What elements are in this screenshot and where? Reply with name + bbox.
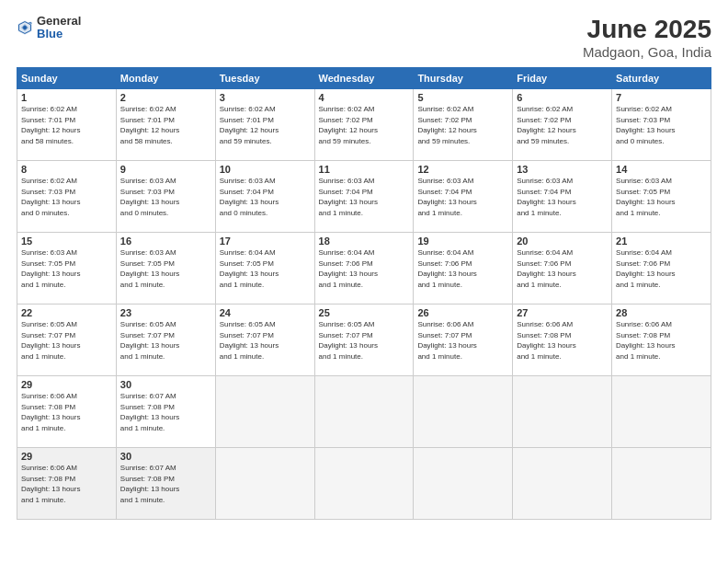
day-info: Sunrise: 6:03 AMSunset: 7:04 PMDaylight:…: [319, 176, 410, 218]
day-number: 20: [517, 236, 608, 247]
day-info: Sunrise: 6:03 AMSunset: 7:04 PMDaylight:…: [220, 176, 311, 218]
table-row: 19Sunrise: 6:04 AMSunset: 7:06 PMDayligh…: [414, 233, 513, 304]
day-number: 11: [319, 164, 410, 175]
table-row: 21Sunrise: 6:04 AMSunset: 7:06 PMDayligh…: [612, 233, 711, 304]
day-info: Sunrise: 6:02 AMSunset: 7:02 PMDaylight:…: [319, 104, 410, 146]
day-info: Sunrise: 6:05 AMSunset: 7:07 PMDaylight:…: [319, 319, 410, 362]
col-saturday: Saturday: [612, 68, 711, 89]
day-number: 3: [220, 92, 311, 103]
day-info: Sunrise: 6:05 AMSunset: 7:07 PMDaylight:…: [220, 319, 311, 362]
day-number: 4: [319, 92, 410, 103]
day-info: Sunrise: 6:02 AMSunset: 7:02 PMDaylight:…: [517, 104, 608, 146]
day-info: Sunrise: 6:03 AMSunset: 7:05 PMDaylight:…: [21, 247, 112, 290]
day-number: 12: [417, 164, 508, 175]
table-row: 30Sunrise: 6:07 AMSunset: 7:08 PMDayligh…: [116, 448, 215, 520]
day-info: Sunrise: 6:02 AMSunset: 7:01 PMDaylight:…: [21, 104, 112, 146]
day-number: 6: [517, 92, 608, 103]
day-number: 10: [220, 164, 311, 175]
day-number: 18: [319, 236, 410, 247]
table-row: [314, 376, 414, 448]
day-info: Sunrise: 6:07 AMSunset: 7:08 PMDaylight:…: [120, 391, 211, 433]
table-row: 28Sunrise: 6:06 AMSunset: 7:08 PMDayligh…: [612, 304, 711, 376]
day-info: Sunrise: 6:03 AMSunset: 7:04 PMDaylight:…: [417, 176, 508, 218]
table-row: [314, 448, 414, 520]
day-info: Sunrise: 6:04 AMSunset: 7:05 PMDaylight:…: [220, 247, 311, 290]
day-info: Sunrise: 6:06 AMSunset: 7:08 PMDaylight:…: [616, 319, 707, 362]
table-row: 3Sunrise: 6:02 AMSunset: 7:01 PMDaylight…: [215, 89, 314, 161]
table-row: [513, 448, 612, 520]
page: General Blue June 2025 Madgaon, Goa, Ind…: [0, 0, 728, 563]
calendar-week-row: 29Sunrise: 6:06 AMSunset: 7:08 PMDayligh…: [17, 376, 711, 448]
table-row: 18Sunrise: 6:04 AMSunset: 7:06 PMDayligh…: [314, 233, 414, 304]
table-row: 13Sunrise: 6:03 AMSunset: 7:04 PMDayligh…: [513, 161, 612, 233]
col-wednesday: Wednesday: [314, 68, 414, 89]
table-row: 20Sunrise: 6:04 AMSunset: 7:06 PMDayligh…: [513, 233, 612, 304]
day-info: Sunrise: 6:06 AMSunset: 7:08 PMDaylight:…: [517, 319, 608, 362]
day-number: 28: [616, 307, 707, 318]
table-row: 6Sunrise: 6:02 AMSunset: 7:02 PMDaylight…: [513, 89, 612, 161]
day-number: 24: [220, 307, 311, 318]
day-info: Sunrise: 6:07 AMSunset: 7:08 PMDaylight:…: [120, 463, 211, 505]
day-number: 5: [417, 92, 508, 103]
day-number: 25: [319, 307, 410, 318]
day-number: 7: [616, 92, 707, 103]
table-row: 22Sunrise: 6:05 AMSunset: 7:07 PMDayligh…: [17, 304, 117, 376]
day-number: 29: [21, 451, 112, 462]
day-number: 27: [517, 307, 608, 318]
table-row: 25Sunrise: 6:05 AMSunset: 7:07 PMDayligh…: [314, 304, 414, 376]
table-row: [612, 448, 711, 520]
day-number: 23: [120, 307, 211, 318]
table-row: 16Sunrise: 6:03 AMSunset: 7:05 PMDayligh…: [116, 233, 215, 304]
day-info: Sunrise: 6:02 AMSunset: 7:03 PMDaylight:…: [21, 176, 112, 218]
table-row: 27Sunrise: 6:06 AMSunset: 7:08 PMDayligh…: [513, 304, 612, 376]
day-info: Sunrise: 6:02 AMSunset: 7:01 PMDaylight:…: [120, 104, 211, 146]
calendar-subtitle: Madgaon, Goa, India: [583, 44, 711, 60]
day-number: 13: [517, 164, 608, 175]
generalblue-icon: [17, 19, 33, 36]
table-row: [414, 448, 513, 520]
calendar-title: June 2025: [583, 15, 711, 44]
table-row: 14Sunrise: 6:03 AMSunset: 7:05 PMDayligh…: [612, 161, 711, 233]
calendar-week-row: 8Sunrise: 6:02 AMSunset: 7:03 PMDaylight…: [17, 161, 711, 233]
calendar-header-row: Sunday Monday Tuesday Wednesday Thursday…: [17, 68, 711, 89]
day-number: 19: [417, 236, 508, 247]
table-row: [414, 376, 513, 448]
table-row: 24Sunrise: 6:05 AMSunset: 7:07 PMDayligh…: [215, 304, 314, 376]
table-row: [215, 376, 314, 448]
calendar-week-row: 22Sunrise: 6:05 AMSunset: 7:07 PMDayligh…: [17, 304, 711, 376]
day-number: 1: [21, 92, 112, 103]
day-number: 26: [417, 307, 508, 318]
day-info: Sunrise: 6:03 AMSunset: 7:04 PMDaylight:…: [517, 176, 608, 218]
table-row: 4Sunrise: 6:02 AMSunset: 7:02 PMDaylight…: [314, 89, 414, 161]
table-row: [612, 376, 711, 448]
day-info: Sunrise: 6:04 AMSunset: 7:06 PMDaylight:…: [319, 247, 410, 290]
table-row: 2Sunrise: 6:02 AMSunset: 7:01 PMDaylight…: [116, 89, 215, 161]
day-number: 14: [616, 164, 707, 175]
day-number: 22: [21, 307, 112, 318]
day-info: Sunrise: 6:02 AMSunset: 7:01 PMDaylight:…: [220, 104, 311, 146]
calendar-week-row: 29Sunrise: 6:06 AMSunset: 7:08 PMDayligh…: [17, 448, 711, 520]
day-info: Sunrise: 6:02 AMSunset: 7:02 PMDaylight:…: [417, 104, 508, 146]
day-number: 30: [120, 379, 211, 390]
header: General Blue June 2025 Madgaon, Goa, Ind…: [17, 15, 711, 60]
table-row: 1Sunrise: 6:02 AMSunset: 7:01 PMDaylight…: [17, 89, 117, 161]
table-row: 15Sunrise: 6:03 AMSunset: 7:05 PMDayligh…: [17, 233, 117, 304]
calendar-table: Sunday Monday Tuesday Wednesday Thursday…: [17, 67, 711, 520]
logo: General Blue: [17, 15, 81, 41]
day-number: 30: [120, 451, 211, 462]
title-block: June 2025 Madgaon, Goa, India: [583, 15, 711, 60]
table-row: 9Sunrise: 6:03 AMSunset: 7:03 PMDaylight…: [116, 161, 215, 233]
table-row: 10Sunrise: 6:03 AMSunset: 7:04 PMDayligh…: [215, 161, 314, 233]
day-info: Sunrise: 6:05 AMSunset: 7:07 PMDaylight:…: [21, 319, 112, 362]
day-info: Sunrise: 6:06 AMSunset: 7:08 PMDaylight:…: [21, 463, 112, 505]
table-row: 29Sunrise: 6:06 AMSunset: 7:08 PMDayligh…: [17, 448, 117, 520]
day-info: Sunrise: 6:04 AMSunset: 7:06 PMDaylight:…: [417, 247, 508, 290]
col-friday: Friday: [513, 68, 612, 89]
table-row: 30Sunrise: 6:07 AMSunset: 7:08 PMDayligh…: [116, 376, 215, 448]
table-row: 12Sunrise: 6:03 AMSunset: 7:04 PMDayligh…: [414, 161, 513, 233]
day-number: 29: [21, 379, 112, 390]
day-number: 16: [120, 236, 211, 247]
logo-general: General: [37, 14, 81, 28]
table-row: 26Sunrise: 6:06 AMSunset: 7:07 PMDayligh…: [414, 304, 513, 376]
day-info: Sunrise: 6:06 AMSunset: 7:08 PMDaylight:…: [21, 391, 112, 433]
